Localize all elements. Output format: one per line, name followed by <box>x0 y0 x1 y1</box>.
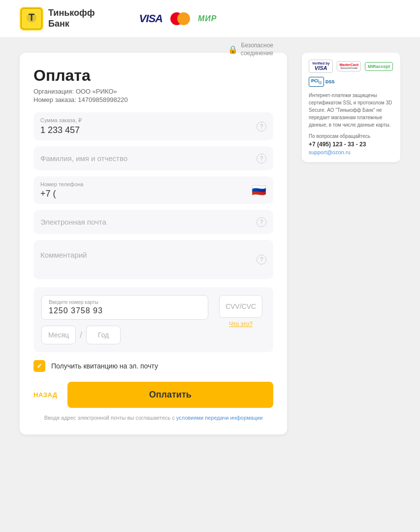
secure-text: Безопасное соединение <box>241 42 273 57</box>
email-field[interactable]: Электронная почта ? <box>33 210 273 234</box>
bank-name: Тинькофф Банк <box>48 8 95 29</box>
right-sidebar: Verified by VISA MasterCard SecureCode M… <box>302 53 400 434</box>
title-col: Оплата Организация: ООО «РИКО» Номер зак… <box>33 66 128 104</box>
terms-text: Вводя адрес электронной почты вы соглаша… <box>33 415 273 421</box>
verified-visa-badge: Verified by VISA <box>309 60 333 73</box>
checkmark-icon: ✓ <box>36 362 42 370</box>
mc-secure-line1: MasterCard <box>339 63 358 66</box>
payment-form-card: Оплата Организация: ООО «РИКО» Номер зак… <box>20 53 287 434</box>
mir-accept-badge: MIRaccept <box>365 62 393 71</box>
phone-value: +7 ( <box>40 189 83 199</box>
pay-button[interactable]: Оплатить <box>67 382 273 408</box>
svg-text:Т: Т <box>29 12 34 23</box>
receipt-checkbox-row: ✓ Получить квитанцию на эл. почту <box>33 360 273 372</box>
receipt-checkbox[interactable]: ✓ <box>33 360 45 372</box>
card-number-value: 1250 3758 93 <box>49 306 201 315</box>
action-row: НАЗАД Оплатить <box>33 382 273 408</box>
mc-secure-badge: MasterCard SecureCode <box>337 61 361 71</box>
page-title: Оплата <box>33 66 128 85</box>
phone-input-area: Номер телефона +7 ( <box>40 181 83 199</box>
fullname-help-icon[interactable]: ? <box>257 154 266 164</box>
main-content: Оплата Организация: ООО «РИКО» Номер зак… <box>0 38 420 449</box>
fullname-field[interactable]: Фамилия, имя и отчество ? <box>33 146 273 170</box>
email-placeholder: Электронная почта <box>40 215 266 229</box>
bank-logo: Т Тинькофф Банк <box>20 7 95 31</box>
visa-logo: VISA <box>139 12 162 25</box>
phone-field-inner: Номер телефона +7 ( 🇷🇺 <box>40 181 266 199</box>
security-description: Интернет-платежи защищены сертификатом S… <box>309 92 393 129</box>
amount-value: 1 233 457 <box>40 125 266 135</box>
receipt-label: Получить квитанцию на эл. почту <box>51 362 158 370</box>
email-help-icon[interactable]: ? <box>257 217 266 227</box>
phone-field[interactable]: Номер телефона +7 ( 🇷🇺 <box>33 176 273 204</box>
verified-text: Verified by <box>312 62 329 65</box>
slash-divider: / <box>80 330 82 340</box>
mc-secure-line2: SecureCode <box>340 66 357 69</box>
comment-inner: Комментарий <box>40 245 266 262</box>
back-button[interactable]: НАЗАД <box>33 391 58 399</box>
terms-link[interactable]: условиями передачи информации <box>176 415 262 421</box>
comment-help-icon[interactable]: ? <box>257 255 266 265</box>
support-label: По вопросам обращайтесь <box>309 133 393 139</box>
card-number-wrapper[interactable]: Введите номер карты 1250 3758 93 <box>41 295 208 320</box>
comment-placeholder: Комментарий <box>40 248 266 262</box>
secure-badge: 🔒 Безопасное соединение <box>228 42 273 57</box>
pci-badge: PCIⓘ DSS <box>309 77 393 87</box>
phone-label: Номер телефона <box>40 181 83 187</box>
mastercard-logo <box>170 12 190 25</box>
payment-logos: VISA МИР <box>139 12 217 25</box>
comment-field[interactable]: Комментарий ? <box>33 240 273 279</box>
field-group: Сумма заказа, ₽ 1 233 457 ? Фамилия, имя… <box>33 112 273 279</box>
fullname-placeholder: Фамилия, имя и отчество <box>40 151 266 166</box>
cvv-link[interactable]: Что это? <box>229 321 253 328</box>
mir-logo: МИР <box>198 14 217 23</box>
cvv-field[interactable]: CVV/CVC <box>219 295 262 318</box>
support-phone: +7 (495) 123 - 33 - 23 <box>309 141 393 148</box>
russia-flag-icon: 🇷🇺 <box>252 183 266 197</box>
year-field[interactable]: Год <box>86 326 121 344</box>
order-info: Номер заказа: 14709858998220 <box>33 96 128 103</box>
month-field[interactable]: Месяц <box>41 326 76 344</box>
amount-field: Сумма заказа, ₽ 1 233 457 ? <box>33 112 273 140</box>
visa-small-label: VISA <box>315 65 327 71</box>
card-left: Введите номер карты 1250 3758 93 Месяц /… <box>41 295 208 344</box>
header: Т Тинькофф Банк VISA МИР <box>0 0 420 38</box>
lock-icon: 🔒 <box>228 45 238 54</box>
card-right: CVV/CVC Что это? <box>216 295 265 344</box>
amount-label: Сумма заказа, ₽ <box>40 117 266 124</box>
cert-logos-row: Verified by VISA MasterCard SecureCode M… <box>309 60 393 73</box>
pci-label: PCIⓘ <box>309 77 324 87</box>
support-email: support@ozon.ru <box>309 149 393 155</box>
tinkoff-logo-icon: Т <box>20 7 43 31</box>
card-section-inner: Введите номер карты 1250 3758 93 Месяц /… <box>41 295 265 344</box>
amount-help-icon[interactable]: ? <box>257 122 266 132</box>
card-number-label: Введите номер карты <box>49 299 201 305</box>
dss-label: DSS <box>325 79 335 84</box>
security-logos-card: Verified by VISA MasterCard SecureCode M… <box>302 53 400 162</box>
expiry-row: Месяц / Год <box>41 326 208 344</box>
card-section: Введите номер карты 1250 3758 93 Месяц /… <box>33 287 273 352</box>
form-header-row: Оплата Организация: ООО «РИКО» Номер зак… <box>33 66 273 104</box>
mc-orange-circle <box>177 12 190 25</box>
org-info: Организация: ООО «РИКО» <box>33 88 128 95</box>
